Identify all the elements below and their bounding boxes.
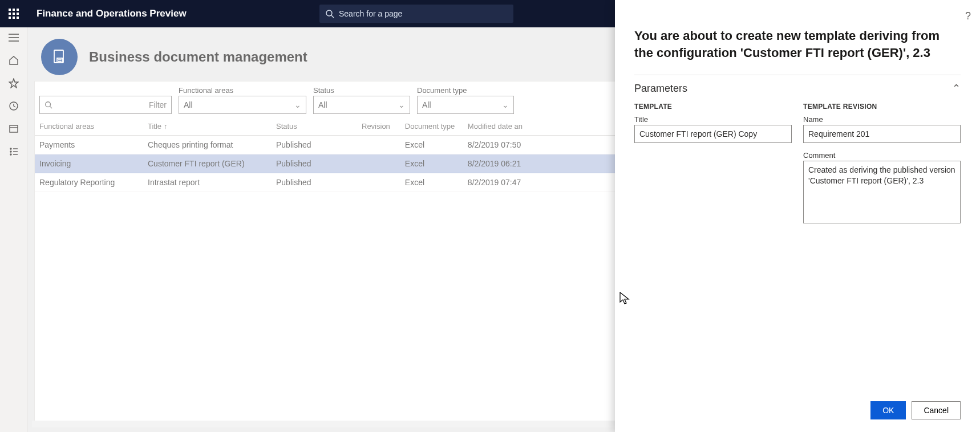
- svg-line-1: [331, 15, 334, 18]
- search-input[interactable]: Search for a page: [319, 5, 513, 23]
- cell-functional_areas: Invoicing: [35, 154, 143, 173]
- nav-rail: [0, 27, 27, 432]
- search-icon: [325, 9, 334, 18]
- chevron-down-icon: ⌄: [398, 100, 405, 109]
- search-placeholder: Search for a page: [339, 9, 402, 18]
- functional-areas-label: Functional areas: [179, 86, 306, 95]
- panel-heading: You are about to create new template der…: [634, 27, 961, 61]
- comment-label: Comment: [803, 151, 961, 160]
- template-group-label: TEMPLATE: [634, 103, 792, 111]
- cell-document_type: Excel: [400, 154, 463, 173]
- cell-title: Intrastat report: [143, 173, 272, 192]
- doctype-label: Document type: [417, 86, 514, 95]
- svg-point-11: [10, 151, 11, 152]
- divider: [634, 75, 961, 75]
- cancel-button[interactable]: Cancel: [912, 401, 961, 419]
- workspace-icon[interactable]: [8, 123, 19, 135]
- cell-functional_areas: Regulatory Reporting: [35, 173, 143, 192]
- doctype-select[interactable]: All ⌄: [417, 96, 514, 114]
- filter-placeholder: Filter: [149, 100, 167, 109]
- cell-revision: [357, 173, 400, 192]
- col-functional-areas[interactable]: Functional areas: [35, 117, 143, 136]
- cell-functional_areas: Payments: [35, 136, 143, 154]
- sort-asc-icon: ↑: [164, 123, 167, 131]
- cell-document_type: Excel: [400, 173, 463, 192]
- page-title: Business document management: [89, 49, 307, 65]
- recent-icon[interactable]: [8, 100, 19, 112]
- new-template-panel: ? You are about to create new template d…: [615, 0, 980, 432]
- status-label: Status: [313, 86, 410, 95]
- cell-revision: [357, 154, 400, 173]
- svg-point-9: [10, 148, 11, 149]
- comment-field[interactable]: [803, 161, 961, 223]
- cell-document_type: Excel: [400, 136, 463, 154]
- svg-point-13: [10, 154, 11, 155]
- name-label: Name: [803, 115, 961, 124]
- cell-title: Cheques printing format: [143, 136, 272, 154]
- revision-group-label: TEMPLATE REVISION: [803, 103, 961, 111]
- name-field[interactable]: [803, 125, 961, 143]
- home-icon[interactable]: [8, 55, 19, 66]
- chevron-down-icon: ⌄: [294, 100, 301, 109]
- chevron-down-icon: ⌄: [502, 100, 509, 109]
- cell-status: Published: [272, 154, 357, 173]
- chevron-up-icon: ⌃: [952, 82, 961, 95]
- search-icon: [44, 101, 52, 109]
- ok-button[interactable]: OK: [870, 401, 906, 419]
- svg-marker-5: [9, 79, 18, 88]
- title-field[interactable]: [634, 125, 792, 143]
- svg-rect-7: [10, 125, 18, 132]
- app-title: Finance and Operations Preview: [37, 8, 187, 19]
- app-launcher-icon[interactable]: [0, 0, 27, 27]
- parameters-section-toggle[interactable]: Parameters ⌃: [634, 82, 961, 95]
- col-revision[interactable]: Revision: [357, 117, 400, 136]
- page-icon: [41, 39, 78, 75]
- filter-input[interactable]: Filter: [39, 96, 172, 114]
- modules-icon[interactable]: [8, 146, 19, 157]
- col-status[interactable]: Status: [272, 117, 357, 136]
- help-icon[interactable]: ?: [965, 10, 971, 22]
- svg-line-20: [50, 107, 52, 109]
- cell-revision: [357, 136, 400, 154]
- col-title[interactable]: Title↑: [143, 117, 272, 136]
- star-icon[interactable]: [8, 78, 19, 89]
- functional-areas-select[interactable]: All ⌄: [179, 96, 306, 114]
- status-select[interactable]: All ⌄: [313, 96, 410, 114]
- title-label: Title: [634, 115, 792, 124]
- cell-title: Customer FTI report (GER): [143, 154, 272, 173]
- hamburger-icon[interactable]: [8, 32, 19, 43]
- svg-point-0: [326, 10, 332, 16]
- col-doctype[interactable]: Document type: [400, 117, 463, 136]
- svg-point-19: [46, 102, 51, 107]
- cell-status: Published: [272, 173, 357, 192]
- cell-status: Published: [272, 136, 357, 154]
